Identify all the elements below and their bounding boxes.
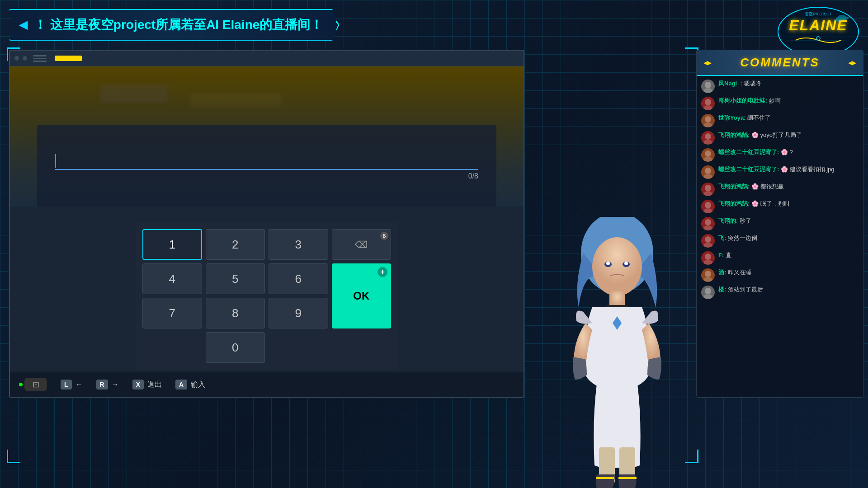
banner-arrow-left-icon: ◀ bbox=[19, 19, 27, 31]
svg-point-9 bbox=[703, 140, 712, 145]
comment-avatar bbox=[701, 217, 715, 230]
switch-dot bbox=[19, 383, 23, 386]
game-content: 0/8 1 2 3 ⌫ B 4 5 6 + OK 7 8 9 bbox=[10, 66, 524, 397]
comment-username: 螺丝改二十红豆泥寄了: bbox=[718, 166, 781, 173]
delete-symbol: ⌫ bbox=[355, 239, 368, 250]
comment-avatar bbox=[701, 80, 715, 93]
comment-avatar bbox=[701, 183, 715, 196]
switch-console-icon: ⊡ bbox=[19, 378, 47, 391]
comment-item: 酒: 咋又在睡 bbox=[701, 268, 859, 282]
numpad-key-0[interactable]: 0 bbox=[206, 332, 265, 363]
logo-bird-icon bbox=[831, 10, 854, 28]
numpad-key-1[interactable]: 1 bbox=[142, 229, 202, 260]
numpad-ok-button[interactable]: + OK bbox=[332, 263, 392, 328]
logo-circle: 若至PROJECT ELAINE bbox=[778, 7, 859, 56]
titlebar-dot-1 bbox=[14, 56, 19, 61]
comment-username: 世弥Yoya: bbox=[718, 114, 747, 121]
comment-text: 🌸 眠了，别叫 bbox=[751, 200, 790, 207]
titlebar-line-2 bbox=[33, 58, 47, 59]
comment-content: 凤Nagi_: 嗯嗯咚 bbox=[718, 80, 859, 88]
svg-point-7 bbox=[703, 122, 712, 127]
numpad-key-2[interactable]: 2 bbox=[206, 229, 265, 260]
comment-username: 飞翔的鸿鹄: bbox=[718, 183, 751, 190]
ok-plus-icon: + bbox=[377, 267, 387, 277]
game-window: 0/8 1 2 3 ⌫ B 4 5 6 + OK 7 8 9 bbox=[9, 50, 524, 398]
left-arrow-icon: ← bbox=[75, 380, 83, 389]
comment-avatar bbox=[701, 268, 715, 282]
numpad-key-5[interactable]: 5 bbox=[206, 263, 265, 294]
right-arrow-icon: → bbox=[112, 380, 119, 389]
comment-username: 飞翔的鸿鹄: bbox=[718, 200, 751, 207]
comment-item: 飞翔的鸿鹄: 🌸 都很想赢 bbox=[701, 183, 859, 196]
titlebar-dot-2 bbox=[23, 56, 27, 61]
svg-point-11 bbox=[703, 157, 712, 162]
comment-text: 妙啊 bbox=[769, 97, 781, 104]
comment-username: 飞: bbox=[718, 235, 728, 241]
comment-content: 奇树小姐的电肚蛙: 妙啊 bbox=[718, 97, 859, 105]
comments-header: COMMENTS bbox=[697, 50, 863, 76]
numpad-key-8[interactable]: 8 bbox=[206, 298, 265, 328]
comment-item: 飞翔的: 秒了 bbox=[701, 217, 859, 230]
comment-text: 突然一边倒 bbox=[728, 235, 757, 241]
game-input-area: 0/8 bbox=[37, 125, 496, 206]
numpad-key-6[interactable]: 6 bbox=[269, 263, 328, 294]
comment-avatar bbox=[701, 131, 715, 145]
window-titlebar bbox=[10, 51, 524, 66]
numpad-delete-button[interactable]: ⌫ B bbox=[332, 229, 392, 260]
control-x-exit[interactable]: X 退出 bbox=[132, 380, 162, 389]
switch-body: ⊡ bbox=[24, 378, 47, 391]
comment-item: F: 直 bbox=[701, 251, 859, 265]
comment-item: 飞: 突然一边倒 bbox=[701, 234, 859, 248]
control-l-left: L ← bbox=[61, 380, 83, 389]
comment-content: 飞翔的鸿鹄: 🌸 都很想赢 bbox=[718, 183, 859, 191]
comment-text: 直 bbox=[726, 252, 731, 258]
svg-point-12 bbox=[705, 168, 711, 174]
numpad-key-7[interactable]: 7 bbox=[142, 298, 202, 328]
comments-list: 凤Nagi_: 嗯嗯咚 奇树小姐的电肚蛙: 妙啊 世弥Yoya: 绷不住了 bbox=[697, 76, 863, 397]
titlebar-line-3 bbox=[33, 61, 47, 62]
comment-item: 世弥Yoya: 绷不住了 bbox=[701, 114, 859, 127]
control-a-input[interactable]: A 输入 bbox=[175, 380, 205, 389]
comment-avatar bbox=[701, 97, 715, 110]
comment-content: 世弥Yoya: 绷不住了 bbox=[718, 114, 859, 122]
svg-point-4 bbox=[705, 99, 711, 105]
comment-item: 螺丝改二十红豆泥寄了: 🌸 ? bbox=[701, 148, 859, 162]
input-label: 输入 bbox=[191, 380, 205, 389]
svg-point-6 bbox=[705, 116, 711, 122]
comment-content: 酒: 咋又在睡 bbox=[718, 268, 859, 277]
comment-item: 凤Nagi_: 嗯嗯咚 bbox=[701, 80, 859, 93]
comment-text: 🌸 都很想赢 bbox=[751, 183, 784, 190]
svg-point-24 bbox=[705, 271, 711, 277]
comments-title: COMMENTS bbox=[740, 56, 820, 70]
comment-text: 酒站到了最后 bbox=[728, 286, 763, 293]
svg-point-0 bbox=[816, 37, 820, 40]
svg-point-2 bbox=[705, 82, 711, 88]
svg-point-15 bbox=[703, 191, 712, 196]
numpad-empty-1 bbox=[142, 332, 202, 363]
numpad-key-4[interactable]: 4 bbox=[142, 263, 202, 294]
svg-point-23 bbox=[703, 260, 712, 265]
comment-username: 凤Nagi_: bbox=[718, 80, 744, 87]
comments-panel: COMMENTS 凤Nagi_: 嗯嗯咚 奇树小姐的电肚蛙: 妙啊 bbox=[696, 50, 863, 398]
svg-point-27 bbox=[703, 294, 712, 299]
control-r-right: R → bbox=[96, 380, 119, 389]
comment-avatar bbox=[701, 165, 715, 179]
comment-content: 楼: 酒站到了最后 bbox=[718, 286, 859, 294]
exit-label: 退出 bbox=[147, 380, 162, 389]
comment-username: 飞翔的: bbox=[718, 217, 740, 224]
svg-point-16 bbox=[705, 202, 711, 208]
titlebar-menu-icon[interactable] bbox=[33, 55, 47, 62]
comment-username: 奇树小姐的电肚蛙: bbox=[718, 97, 769, 104]
delete-circle-icon: B bbox=[380, 232, 388, 240]
comment-username: 楼: bbox=[718, 286, 728, 293]
numpad-key-9[interactable]: 9 bbox=[269, 298, 328, 328]
comment-text: 🌸 建议看看扣扣.jpg bbox=[781, 166, 835, 173]
game-text-input-display bbox=[55, 152, 478, 170]
comment-avatar bbox=[701, 286, 715, 299]
numpad-key-3[interactable]: 3 bbox=[269, 229, 328, 260]
comment-avatar bbox=[701, 251, 715, 265]
r-badge: R bbox=[96, 380, 108, 389]
svg-point-14 bbox=[705, 185, 711, 191]
svg-point-20 bbox=[705, 236, 711, 243]
svg-point-13 bbox=[703, 174, 712, 179]
